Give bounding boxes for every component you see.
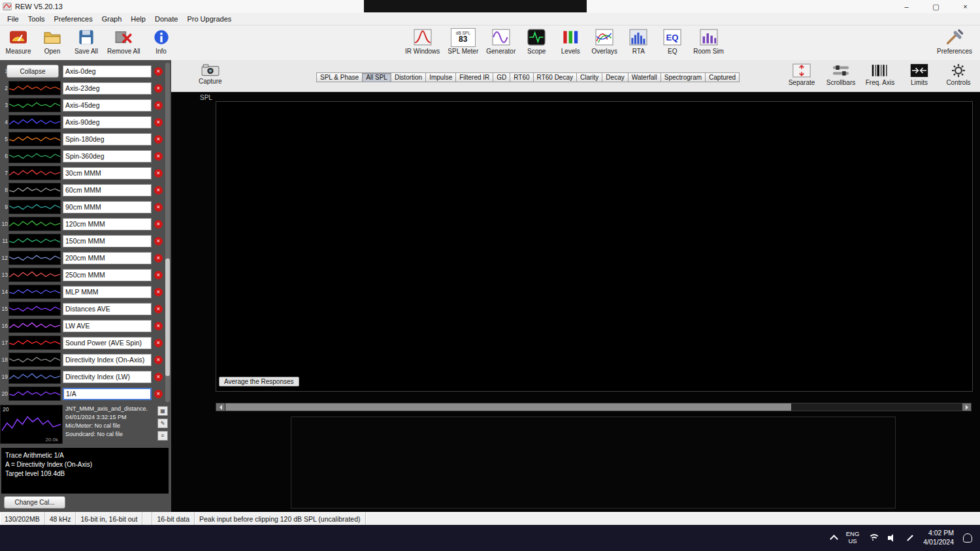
delete-measurement-button[interactable] xyxy=(154,254,163,262)
measurement-name-field[interactable]: Axis-0deg xyxy=(63,65,152,78)
measurement-thumbnail[interactable] xyxy=(8,285,61,299)
wifi-icon[interactable] xyxy=(868,534,879,542)
tab-waterfall[interactable]: Waterfall xyxy=(628,72,661,82)
measurement-notes-icon[interactable]: ≡ xyxy=(157,431,168,441)
scroll-left-arrow[interactable] xyxy=(216,403,225,411)
tab-rt60[interactable]: RT60 xyxy=(510,72,533,82)
measurement-name-field[interactable]: 200cm MMM xyxy=(63,252,152,264)
menu-preferences[interactable]: Preferences xyxy=(49,14,97,24)
toolbar-overlays[interactable]: Overlays xyxy=(591,27,617,55)
measurement-graph-icon[interactable]: ▦ xyxy=(157,406,168,416)
toolbar-measure[interactable]: Measure xyxy=(5,27,31,55)
measurement-name-field[interactable]: Directivity Index (LW) xyxy=(63,371,152,383)
toolbar-spl-meter[interactable]: dB SPL83SPL Meter xyxy=(448,27,478,55)
menu-help[interactable]: Help xyxy=(126,14,150,24)
menu-pro-upgrades[interactable]: Pro Upgrades xyxy=(182,14,236,24)
close-button[interactable]: × xyxy=(951,0,980,13)
measurement-name-field[interactable]: Spin-360deg xyxy=(63,150,152,163)
delete-measurement-button[interactable] xyxy=(154,169,163,178)
delete-measurement-button[interactable] xyxy=(154,152,163,161)
scroll-right-arrow[interactable] xyxy=(962,403,971,411)
tray-expand-icon[interactable] xyxy=(830,535,838,543)
measurement-name-field[interactable]: LW AVE xyxy=(63,320,152,332)
measurement-thumbnail[interactable] xyxy=(8,98,61,112)
measurement-name-field[interactable]: Axis-23deg xyxy=(63,82,152,95)
notification-icon[interactable] xyxy=(963,533,972,543)
delete-measurement-button[interactable] xyxy=(154,220,163,228)
capture-button[interactable]: Capture xyxy=(199,63,222,85)
graph-button-separate[interactable]: Separate xyxy=(787,63,817,86)
toolbar-remove-all[interactable]: Remove All xyxy=(107,27,140,55)
measurement-thumbnail[interactable] xyxy=(8,336,61,350)
graph-button-freq-axis[interactable]: Freq. Axis xyxy=(865,63,895,86)
menu-file[interactable]: File xyxy=(3,14,24,24)
delete-measurement-button[interactable] xyxy=(154,305,163,313)
measurement-name-field[interactable]: Distances AVE xyxy=(63,303,152,315)
menu-donate[interactable]: Donate xyxy=(150,14,182,24)
toolbar-open[interactable]: Open xyxy=(39,27,65,55)
delete-measurement-button[interactable] xyxy=(154,288,163,296)
tab-filtered-ir[interactable]: Filtered IR xyxy=(455,72,493,82)
measurement-name-field[interactable]: Directivity Index (On-Axis) xyxy=(63,354,152,366)
measurement-list-scrollbar[interactable] xyxy=(165,63,170,402)
measurement-name-field[interactable]: 60cm MMM xyxy=(63,184,152,197)
tab-captured[interactable]: Captured xyxy=(705,72,740,82)
toolbar-info[interactable]: Info xyxy=(148,27,174,55)
toolbar-eq[interactable]: EQEQ xyxy=(659,27,685,55)
maximize-button[interactable]: ▢ xyxy=(921,0,951,13)
toolbar-room-sim[interactable]: Room Sim xyxy=(693,27,724,55)
tab-rt60-decay[interactable]: RT60 Decay xyxy=(533,72,577,82)
graph-button-scrollbars[interactable]: Scrollbars xyxy=(826,63,856,86)
measurement-thumbnail[interactable] xyxy=(8,251,61,265)
measurement-thumbnail[interactable] xyxy=(8,149,61,163)
delete-measurement-button[interactable] xyxy=(154,373,163,381)
menu-tools[interactable]: Tools xyxy=(24,14,50,24)
spl-plot-area[interactable] xyxy=(216,101,973,392)
measurement-thumbnail[interactable] xyxy=(8,302,61,316)
delete-measurement-button[interactable] xyxy=(154,203,163,212)
measurement-name-field[interactable]: MLP MMM xyxy=(63,286,152,298)
measurement-name-field[interactable]: 150cm MMM xyxy=(63,235,152,247)
delete-measurement-button[interactable] xyxy=(154,84,163,93)
delete-measurement-button[interactable] xyxy=(154,339,163,347)
measurement-thumbnail[interactable] xyxy=(8,183,61,197)
scroll-thumb[interactable] xyxy=(225,403,791,411)
delete-measurement-button[interactable] xyxy=(154,118,163,127)
delete-measurement-button[interactable] xyxy=(154,271,163,279)
measurement-name-field[interactable]: 250cm MMM xyxy=(63,269,152,281)
toolbar-save-all[interactable]: Save All xyxy=(73,27,99,55)
measurement-thumbnail[interactable] xyxy=(8,81,61,95)
tab-gd[interactable]: GD xyxy=(493,72,510,82)
measurement-thumbnail[interactable] xyxy=(8,200,61,214)
measurement-name-field[interactable]: 30cm MMM xyxy=(63,167,152,180)
delete-measurement-button[interactable] xyxy=(154,135,163,144)
toolbar-ir-windows[interactable]: IR Windows xyxy=(405,27,440,55)
toolbar-preferences[interactable]: Preferences xyxy=(937,27,972,55)
delete-measurement-button[interactable] xyxy=(154,101,163,110)
delete-measurement-button[interactable] xyxy=(154,237,163,245)
measurement-name-field[interactable]: 120cm MMM xyxy=(63,218,152,230)
toolbar-generator[interactable]: Generator xyxy=(486,27,515,55)
toolbar-scope[interactable]: Scope xyxy=(523,27,549,55)
measurement-name-field[interactable]: 1/A xyxy=(63,388,152,400)
measurement-thumbnail[interactable] xyxy=(8,268,61,282)
tab-decay[interactable]: Decay xyxy=(602,72,628,82)
selected-measurement-thumbnail[interactable]: 20 20.0k xyxy=(0,405,63,444)
clock[interactable]: 4:02 PM 4/01/2024 xyxy=(923,529,954,546)
tab-all-spl[interactable]: All SPL xyxy=(362,72,391,82)
tab-clarity[interactable]: Clarity xyxy=(576,72,602,82)
measurement-thumbnail[interactable] xyxy=(8,353,61,367)
graph-button-limits[interactable]: Limits xyxy=(904,63,934,86)
minimize-button[interactable]: – xyxy=(892,0,921,13)
measurement-name-field[interactable]: Spin-180deg xyxy=(63,133,152,146)
measurement-thumbnail[interactable] xyxy=(8,370,61,384)
tab-spl-phase[interactable]: SPL & Phase xyxy=(316,72,363,82)
measurement-name-field[interactable]: Axis-45deg xyxy=(63,99,152,112)
delete-measurement-button[interactable] xyxy=(154,390,163,398)
toolbar-levels[interactable]: Levels xyxy=(557,27,583,55)
measurement-edit-icon[interactable]: ✎ xyxy=(157,418,168,428)
graph-h-scrollbar[interactable] xyxy=(216,403,972,411)
measurement-name-field[interactable]: Axis-90deg xyxy=(63,116,152,129)
tab-impulse[interactable]: Impulse xyxy=(425,72,456,82)
tab-distortion[interactable]: Distortion xyxy=(391,72,426,82)
